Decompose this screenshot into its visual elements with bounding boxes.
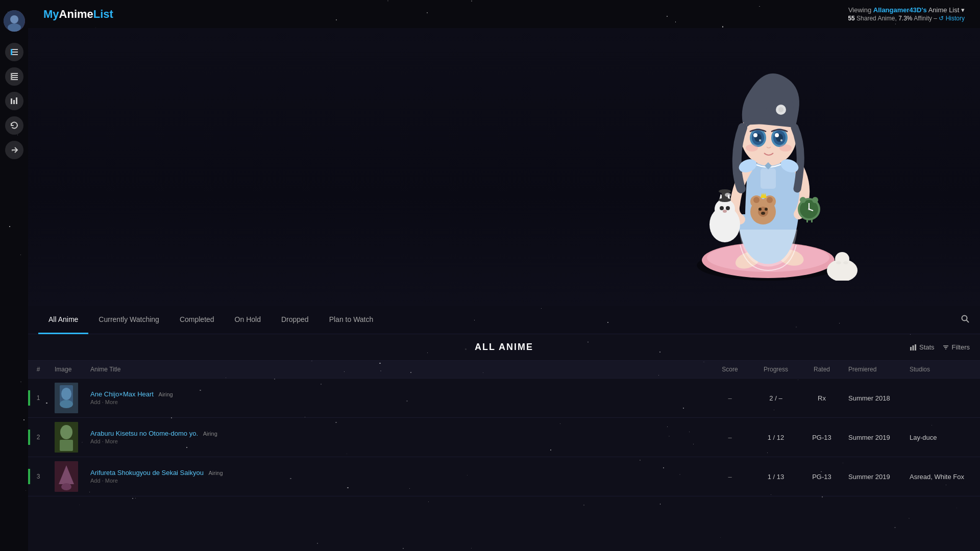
- table-row: 2 Araburu Kisetsu no Otome-domo yo. Airi: [28, 418, 980, 457]
- row-studios: [903, 379, 980, 418]
- logo[interactable]: MyAnimeList: [43, 8, 113, 21]
- affinity-value: 7.3%: [898, 15, 912, 22]
- tab-plan-to-watch[interactable]: Plan to Watch: [319, 306, 384, 334]
- viewing-info: Viewing Allangamer43D's Anime List ▾: [848, 6, 965, 14]
- tab-currently-watching[interactable]: Currently Watching: [88, 306, 169, 334]
- svg-point-50: [719, 189, 731, 193]
- row-num: 1: [28, 379, 48, 418]
- svg-point-37: [761, 212, 765, 215]
- stats-btn[interactable]: [5, 92, 23, 110]
- svg-point-91: [60, 400, 73, 408]
- svg-point-75: [746, 144, 758, 152]
- th-image: Image: [48, 361, 84, 379]
- svg-point-23: [835, 252, 849, 266]
- row-studios: Asread, White Fox: [903, 457, 980, 496]
- svg-rect-94: [60, 440, 73, 451]
- search-tab-btn[interactable]: [961, 314, 970, 326]
- th-title: Anime Title: [84, 361, 709, 379]
- stats-btn[interactable]: Stats: [910, 343, 935, 351]
- svg-point-1: [10, 15, 18, 23]
- svg-point-25: [843, 261, 848, 264]
- history-link[interactable]: ↺ History: [939, 15, 965, 22]
- row-premiered: Summer 2019: [842, 418, 903, 457]
- logo-anime: Anime: [59, 8, 93, 20]
- svg-point-93: [60, 425, 72, 439]
- svg-rect-59: [806, 218, 808, 222]
- svg-point-32: [753, 197, 760, 203]
- svg-rect-11: [11, 73, 12, 80]
- logo-my: My: [43, 8, 59, 20]
- row-thumb: [48, 457, 84, 496]
- svg-point-64: [778, 107, 783, 112]
- tab-completed[interactable]: Completed: [169, 306, 225, 334]
- svg-point-58: [812, 197, 818, 203]
- anime-list-btn[interactable]: [5, 43, 23, 61]
- svg-point-97: [61, 483, 71, 490]
- share-btn[interactable]: [5, 141, 23, 159]
- anime-title-link[interactable]: Araburu Kisetsu no Otome-domo yo.: [90, 430, 198, 437]
- row-thumb: [48, 418, 84, 457]
- svg-point-35: [758, 208, 762, 211]
- topbar-right: Viewing Allangamer43D's Anime List ▾ 55 …: [848, 6, 965, 22]
- row-score: –: [709, 379, 750, 418]
- affinity-label: Affinity: [914, 15, 932, 22]
- shared-count: 55: [848, 15, 854, 22]
- filters-label: Filters: [952, 343, 970, 351]
- row-score: –: [709, 457, 750, 496]
- row-progress: 1 / 12: [750, 418, 801, 457]
- svg-point-2: [8, 23, 21, 32]
- content-header: ALL ANIME Stats Filters: [28, 334, 980, 361]
- svg-point-80: [962, 315, 967, 320]
- add-more-btn[interactable]: Add · More: [90, 478, 118, 484]
- svg-rect-14: [16, 97, 17, 104]
- row-premiered: Summer 2018: [842, 379, 903, 418]
- svg-point-74: [780, 139, 782, 141]
- topbar: MyAnimeList Viewing Allangamer43D's Anim…: [28, 0, 980, 28]
- svg-point-57: [800, 197, 806, 203]
- row-title-cell: Arifureta Shokugyou de Sekai Saikyou Air…: [84, 457, 709, 496]
- main-content: ALL ANIME Stats Filters: [28, 334, 980, 551]
- row-title-cell: Ane Chijo×Max Heart Airing Add · More: [84, 379, 709, 418]
- svg-line-81: [967, 320, 969, 322]
- history-btn[interactable]: [5, 116, 23, 135]
- table-header-row: # Image Anime Title Score Progress Rated…: [28, 361, 980, 379]
- svg-point-46: [726, 206, 730, 210]
- status-tag: Airing: [208, 470, 223, 476]
- svg-point-76: [779, 144, 792, 152]
- table-row: 3 Arifureta Shokugyou de Sekai Saikyou A: [28, 457, 980, 496]
- avatar[interactable]: [4, 10, 25, 32]
- logo-list: List: [93, 8, 113, 20]
- svg-rect-83: [912, 345, 914, 350]
- row-progress: 2 / –: [750, 379, 801, 418]
- add-more-btn[interactable]: Add · More: [90, 399, 118, 405]
- tab-on-hold[interactable]: On Hold: [225, 306, 271, 334]
- username[interactable]: Allangamer43D's: [873, 6, 927, 14]
- row-rated: PG-13: [801, 418, 842, 457]
- svg-rect-82: [910, 347, 912, 350]
- content-title: ALL ANIME: [475, 342, 533, 353]
- shared-label: Shared Anime: [856, 15, 895, 22]
- svg-point-24: [836, 261, 841, 264]
- th-num: #: [28, 361, 48, 379]
- anime-title-link[interactable]: Arifureta Shokugyou de Sekai Saikyou: [90, 469, 204, 477]
- tab-dropped[interactable]: Dropped: [271, 306, 319, 334]
- hero-character: [658, 61, 878, 281]
- svg-point-47: [723, 210, 727, 213]
- row-rated: Rx: [801, 379, 842, 418]
- content-actions: Stats Filters: [910, 343, 970, 351]
- svg-point-69: [759, 139, 761, 141]
- status-tag: Airing: [159, 391, 173, 397]
- th-premiered: Premiered: [842, 361, 903, 379]
- add-more-btn[interactable]: Add · More: [90, 438, 118, 444]
- manga-list-btn[interactable]: [5, 67, 23, 86]
- tab-all-anime[interactable]: All Anime: [38, 306, 88, 334]
- th-progress: Progress: [750, 361, 801, 379]
- svg-rect-6: [11, 49, 12, 55]
- svg-rect-13: [13, 100, 15, 104]
- svg-rect-12: [11, 98, 12, 104]
- anime-title-link[interactable]: Ane Chijo×Max Heart: [90, 390, 154, 398]
- row-num: 3: [28, 457, 48, 496]
- th-rated: Rated: [801, 361, 842, 379]
- filters-btn[interactable]: Filters: [942, 343, 970, 351]
- table-row: 1 Ane Chijo×Max Heart Air: [28, 379, 980, 418]
